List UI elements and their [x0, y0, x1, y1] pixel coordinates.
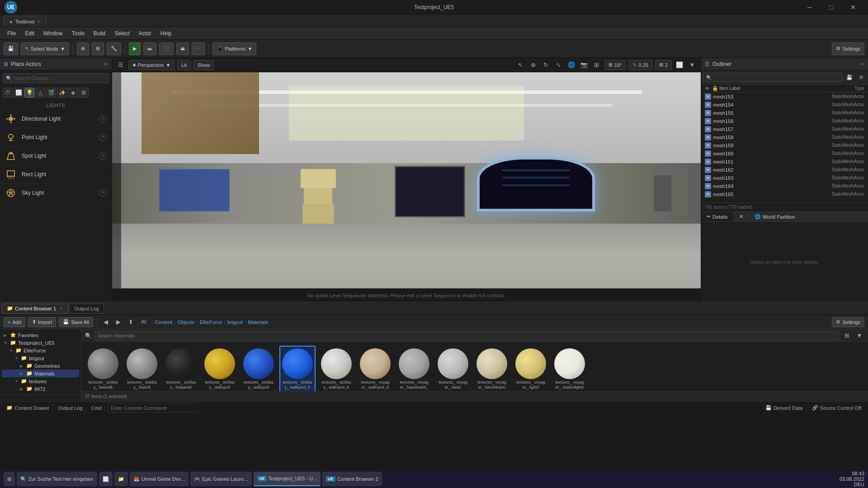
outliner-search-input[interactable]: 🔍	[703, 73, 843, 82]
sky-light-item[interactable]: Sky Light ?	[0, 184, 112, 202]
content-browser-2-btn[interactable]: UE Content Browser 2	[322, 472, 382, 486]
breadcrumb-content[interactable]: Content	[155, 319, 173, 325]
actor-tab-volumes[interactable]: ◈	[68, 88, 78, 98]
point-light-item[interactable]: Point Light ?	[0, 128, 112, 147]
actor-tab-lights[interactable]: 💡	[24, 88, 34, 98]
menu-actor[interactable]: Actor	[135, 29, 155, 38]
platforms-button[interactable]: 📱 Platforms ▼	[212, 42, 256, 55]
material-thumb[interactable]: ★ textures_ voyager_ stationlights	[552, 346, 588, 391]
ue5-project-btn[interactable]: UE Testproject_UE5 - U...	[254, 472, 321, 486]
tab-close-icon[interactable]: ✕	[37, 19, 41, 24]
outliner-row[interactable]: M mesh162 StaticMeshActor	[701, 166, 868, 174]
outliner-row[interactable]: M mesh163 StaticMeshActor	[701, 174, 868, 182]
outliner-row[interactable]: M mesh165 StaticMeshActor	[701, 190, 868, 198]
close-button[interactable]: ✕	[843, 0, 863, 14]
vp-tool-1[interactable]: +	[113, 74, 120, 81]
vp-tool-2[interactable]: -	[113, 82, 120, 89]
translate-icon[interactable]: ⊕	[528, 60, 538, 70]
select-mode-button[interactable]: ↖ Select Mode ▼	[21, 42, 69, 55]
close-panel-icon[interactable]: ✕	[104, 61, 108, 67]
outliner-row[interactable]: M mesh157 StaticMeshActor	[701, 125, 868, 133]
import-button[interactable]: ⬆ Import	[28, 317, 56, 327]
material-thumb[interactable]: textures_ sickbay_ basicdk	[85, 346, 121, 391]
item-label-col[interactable]: Item Label	[719, 86, 810, 91]
grid-vp-icon[interactable]: ⊞	[592, 60, 602, 70]
camera-icon[interactable]: 📷	[579, 60, 589, 70]
directional-light-help[interactable]: ?	[99, 115, 106, 122]
material-thumb[interactable]: textures_ voyager_ benchbasic	[474, 346, 510, 391]
console-input[interactable]	[108, 404, 198, 413]
material-thumb[interactable]: textures_ voyager_ wallcpu4_b	[357, 346, 393, 391]
content-drawer-btn[interactable]: 📁 Content Drawer	[4, 405, 52, 411]
outliner-row[interactable]: M mesh158 StaticMeshActor	[701, 133, 868, 141]
close-outliner-icon[interactable]: ✕	[860, 61, 864, 67]
material-thumb[interactable]: textures_ sickbay_ wallcpu4_b	[318, 346, 354, 391]
source-control-btn[interactable]: 🔗 Source Control Off	[809, 405, 864, 411]
outliner-settings-icon[interactable]: ⚙	[856, 72, 866, 82]
actor-tab-shapes[interactable]: △	[35, 88, 45, 98]
snap-options-button[interactable]: 🔧	[107, 42, 121, 55]
directional-light-item[interactable]: Directional Light ?	[0, 110, 112, 128]
menu-edit[interactable]: Edit	[21, 29, 38, 38]
outliner-row[interactable]: M mesh153 StaticMeshActor	[701, 93, 868, 101]
add-button[interactable]: + Add	[4, 317, 25, 327]
material-thumb[interactable]: textures_ sickbay_ lowpanel	[163, 346, 199, 391]
cb1-close-icon[interactable]: ✕	[60, 306, 63, 311]
save-all-button[interactable]: 💾 Save All	[59, 317, 93, 327]
output-log-tab[interactable]: Output Log	[69, 304, 104, 314]
menu-window[interactable]: Window	[40, 29, 66, 38]
outliner-row[interactable]: M mesh154 StaticMeshActor	[701, 101, 868, 109]
menu-tools[interactable]: Tools	[68, 29, 88, 38]
cb-all-icon[interactable]: All	[139, 317, 149, 327]
world-icon[interactable]: 🌐	[566, 60, 576, 70]
viewport-scale-button[interactable]: ⤡ 0.25	[628, 60, 652, 70]
scale-icon[interactable]: ⤡	[554, 60, 564, 70]
material-thumb[interactable]: ★ textures_ sickbay_ wallcpu5	[202, 346, 238, 391]
cb-forward-icon[interactable]: ▶	[113, 317, 123, 327]
actor-tab-cinema[interactable]: 🎬	[46, 88, 56, 98]
spot-light-item[interactable]: Spot Light ?	[0, 147, 112, 165]
stop-button[interactable]: ⬛	[159, 42, 174, 55]
point-light-help[interactable]: ?	[99, 134, 106, 141]
cb-back-icon[interactable]: ◀	[101, 317, 111, 327]
material-thumb[interactable]: textures_ voyager_ baseboard_	[396, 346, 432, 391]
material-thumb[interactable]: ★ textures_ sickbay_ wallcpu3_b	[279, 346, 316, 391]
viewport-number-button[interactable]: ⊞ 2	[655, 60, 672, 70]
outliner-row[interactable]: M mesh156 StaticMeshActor	[701, 117, 868, 125]
testlevel-tab[interactable]: ● Testlevel ✕	[4, 16, 47, 27]
actor-tab-recent[interactable]: ⏱	[3, 88, 13, 98]
cb-materials[interactable]: ▶ 📁 Materials	[2, 370, 79, 377]
cb-brigout[interactable]: ▼ 📁 brigout	[2, 354, 79, 362]
menu-select[interactable]: Select	[111, 29, 133, 38]
spot-light-help[interactable]: ?	[99, 152, 106, 160]
material-thumb[interactable]: ★ textures_ voyager_ light2	[513, 346, 549, 391]
cb-testproject[interactable]: ▼ 📁 Testproject_UE5	[2, 339, 79, 347]
search-button[interactable]: 🔍 Zur Suche Text hier eingeben	[17, 472, 97, 486]
viewport-canvas[interactable]: + -	[112, 72, 701, 288]
cb-sort-icon[interactable]: ▼	[854, 331, 864, 341]
details-tab-close[interactable]: ✕	[734, 212, 749, 221]
cb-eliteforce[interactable]: ▼ 📁 EliteForce	[2, 347, 79, 354]
firefox-btn[interactable]: 🦊 Unreal Game Dev...	[130, 472, 189, 486]
aspect-ratio-icon[interactable]: ⬜	[675, 60, 684, 70]
material-thumb[interactable]: textures_ voyager_ basic	[435, 346, 471, 391]
viewport-menu-icon[interactable]: ☰	[116, 60, 126, 70]
transform-button[interactable]: ⊕	[77, 42, 89, 55]
rotate-icon[interactable]: ↻	[541, 60, 551, 70]
cb-up-icon[interactable]: ⬆	[126, 317, 136, 327]
perspective-button[interactable]: ◈ Perspective ▼	[128, 60, 175, 70]
outliner-save-icon[interactable]: 💾	[844, 72, 854, 82]
material-thumb[interactable]: ★ textures_ sickbay_ wallcpu6	[241, 346, 277, 391]
taskview-button[interactable]: ⬜	[99, 472, 113, 486]
breadcrumb-eliteforce[interactable]: EliteForce	[200, 319, 222, 325]
actor-tab-fx[interactable]: ✨	[57, 88, 67, 98]
breadcrumb-objects[interactable]: Objects	[178, 319, 194, 325]
cb-geometries[interactable]: ▶ 📁 Geometries	[2, 362, 79, 370]
snapping-button[interactable]: ⊞	[92, 42, 104, 55]
details-tab-details[interactable]: ✏ Details	[701, 212, 734, 221]
step-forward-button[interactable]: ⏭	[143, 42, 156, 55]
material-thumb[interactable]: textures_ sickbay_ basiclt	[124, 346, 160, 391]
breadcrumb-materials[interactable]: Materials	[248, 319, 268, 325]
rect-light-item[interactable]: Rect Light	[0, 165, 112, 184]
more-play-options[interactable]: ⋯	[192, 42, 205, 55]
